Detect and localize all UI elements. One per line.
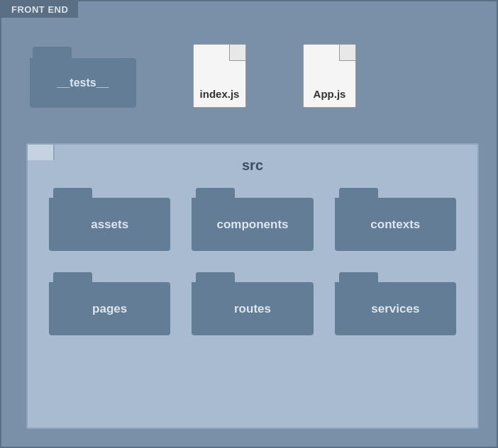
assets-folder[interactable]: assets <box>49 188 170 251</box>
contexts-folder[interactable]: contexts <box>335 188 456 251</box>
components-folder-label: components <box>216 218 288 232</box>
components-folder-body: components <box>192 198 313 251</box>
pages-folder-body: pages <box>49 282 170 335</box>
assets-folder-body: assets <box>49 198 170 251</box>
contexts-folder-tab <box>339 188 378 198</box>
tests-folder-body: __tests__ <box>30 58 136 108</box>
src-grid: assets components contexts <box>28 181 477 349</box>
services-folder-label: services <box>371 302 419 316</box>
services-folder-tab <box>339 272 378 282</box>
tests-folder-label: __tests__ <box>57 77 109 89</box>
main-window: FRONT END __tests__ index.js App.js src <box>0 0 498 448</box>
window-title: FRONT END <box>1 1 78 18</box>
routes-folder-tab <box>196 272 235 282</box>
app-js-file[interactable]: App.js <box>303 44 356 108</box>
pages-folder-tab <box>53 272 92 282</box>
app-js-icon: App.js <box>303 44 356 108</box>
title-text: FRONT END <box>11 4 68 15</box>
assets-folder-tab <box>53 188 92 198</box>
routes-folder[interactable]: routes <box>192 272 313 335</box>
app-js-label: App.js <box>314 88 346 100</box>
index-js-icon: index.js <box>193 44 246 108</box>
contexts-folder-body: contexts <box>335 198 456 251</box>
top-items-area: __tests__ index.js App.js <box>30 44 356 108</box>
index-js-file[interactable]: index.js <box>193 44 246 108</box>
contexts-folder-label: contexts <box>370 218 420 232</box>
assets-folder-label: assets <box>91 218 128 232</box>
src-tab <box>26 143 55 160</box>
routes-folder-label: routes <box>234 302 271 316</box>
src-container: src assets components contexts <box>26 143 479 429</box>
index-js-label: index.js <box>200 88 240 100</box>
routes-folder-body: routes <box>192 282 313 335</box>
tests-folder-tab <box>33 47 72 58</box>
services-folder-body: services <box>335 282 456 335</box>
components-folder-tab <box>196 188 235 198</box>
tests-folder[interactable]: __tests__ <box>30 47 136 108</box>
pages-folder[interactable]: pages <box>49 272 170 335</box>
pages-folder-label: pages <box>92 302 127 316</box>
components-folder[interactable]: components <box>192 188 313 251</box>
src-title: src <box>28 145 477 181</box>
services-folder[interactable]: services <box>335 272 456 335</box>
